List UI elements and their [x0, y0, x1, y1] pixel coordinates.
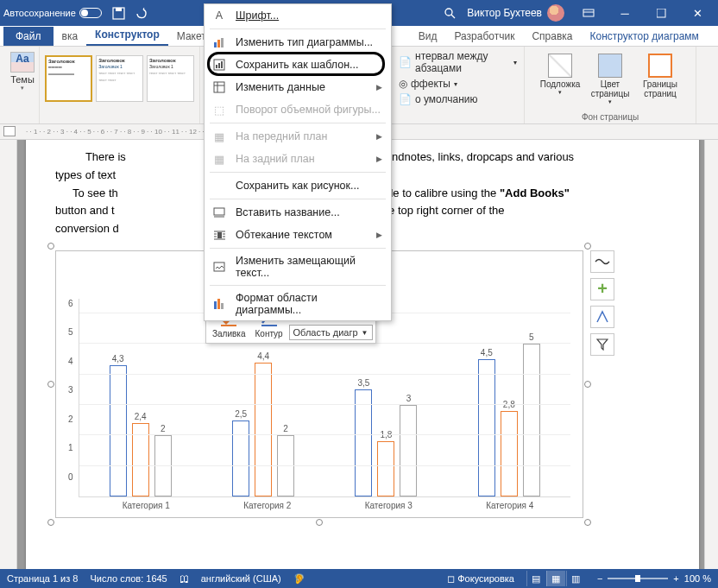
svg-rect-30 [221, 325, 236, 326]
resize-handle[interactable] [47, 243, 54, 250]
zoom-level[interactable]: 100 % [684, 573, 711, 584]
tab-home[interactable]: вка [54, 27, 87, 46]
cm-format-chart-area[interactable]: Формат области диаграммы... [205, 288, 391, 320]
zoom-in-button[interactable]: + [673, 573, 678, 584]
accessibility-icon[interactable]: 🦻 [293, 573, 305, 585]
web-layout-button[interactable]: ▥ [566, 571, 585, 586]
x-axis[interactable]: Категория 1Категория 2Категория 3Категор… [68, 501, 570, 510]
close-button[interactable]: ✕ [680, 0, 715, 26]
data-label: 5 [529, 332, 534, 342]
tab-view[interactable]: Вид [410, 27, 446, 46]
tab-developer[interactable]: Разработчик [445, 27, 523, 46]
print-layout-button[interactable]: ▦ [546, 571, 565, 586]
cm-save-as-template[interactable]: Сохранить как шаблон... [205, 54, 391, 76]
y-axis[interactable]: 6543210 [68, 299, 79, 497]
send-back-icon: ▦ [211, 152, 227, 166]
effects-button[interactable]: ◎ффекты▾ [399, 78, 517, 90]
ribbon-mode-icon[interactable] [571, 0, 606, 26]
user-account[interactable]: Виктор Бухтеев [467, 4, 564, 22]
style-thumb[interactable]: ЗаголовокЗаголовок 1текст текст текст те… [147, 55, 194, 102]
watermark-icon [548, 54, 572, 78]
spell-check-icon[interactable]: 🕮 [180, 573, 189, 584]
undo-icon[interactable] [135, 6, 148, 20]
x-tick-label[interactable]: Категория 4 [486, 501, 533, 510]
page-borders-button[interactable]: Границы страниц [637, 54, 683, 105]
svg-rect-17 [214, 208, 224, 215]
page-indicator[interactable]: Страница 1 из 8 [7, 573, 78, 584]
bar[interactable]: 2 [154, 435, 172, 496]
paragraph-spacing-button[interactable]: 📄нтервал между абзацами▾ [399, 50, 517, 74]
word-count[interactable]: Число слов: 1645 [90, 573, 167, 584]
style-thumb[interactable]: Заголовок━━━━▬▬▬▬▬ [45, 55, 92, 102]
data-label: 3,5 [358, 378, 370, 388]
chart-styles-button[interactable] [590, 306, 614, 328]
cm-insert-caption[interactable]: Вставить название... [205, 201, 391, 224]
style-thumb[interactable]: ЗаголовокЗаголовок 1текст текст текст те… [96, 55, 143, 102]
svg-rect-1 [116, 8, 122, 11]
bar[interactable]: 1,8 [377, 441, 394, 496]
x-tick-label[interactable]: Категория 2 [243, 501, 291, 510]
tab-file[interactable]: Файл [3, 27, 54, 46]
watermark-button[interactable]: Подложка▾ [537, 54, 583, 105]
language-indicator[interactable]: английский (США) [201, 573, 281, 584]
chart-filters-button[interactable] [590, 333, 614, 356]
page-color-button[interactable]: Цвет страницы▾ [587, 54, 633, 105]
bar[interactable]: 5 [523, 344, 540, 496]
zoom-slider[interactable]: − + 100 % [597, 573, 711, 584]
document-formatting-gallery[interactable]: Заголовок━━━━▬▬▬▬▬ ЗаголовокЗаголовок 1т… [41, 52, 198, 105]
resize-handle[interactable] [584, 519, 591, 526]
layout-options-button[interactable] [590, 250, 614, 273]
data-label: 2 [283, 424, 288, 433]
svg-rect-7 [214, 42, 217, 47]
tab-chart-design[interactable]: Конструктор диаграмм [582, 27, 708, 46]
svg-rect-4 [583, 9, 594, 16]
svg-rect-28 [217, 299, 220, 309]
bar[interactable]: 3,5 [355, 389, 372, 496]
cm-edit-alt-text[interactable]: Изменить замещающий текст... [205, 250, 391, 283]
themes-button[interactable]: Aa Темы ▾ [5, 50, 40, 92]
cm-edit-data[interactable]: Изменить данные▶ [205, 76, 391, 98]
bar[interactable]: 2,8 [501, 411, 518, 496]
resize-handle[interactable] [47, 519, 54, 526]
chevron-right-icon: ▶ [376, 83, 382, 92]
tab-help[interactable]: Справка [523, 27, 581, 46]
bar[interactable]: 3 [400, 405, 417, 496]
chart-elements-button[interactable]: + [590, 278, 614, 300]
bar[interactable]: 4,3 [110, 365, 127, 496]
chart-element-combo[interactable]: Область диагр▼ [289, 325, 373, 340]
bar[interactable]: 2,5 [232, 420, 249, 496]
search-icon[interactable] [443, 6, 457, 20]
themes-label: Темы [5, 74, 40, 85]
focus-mode[interactable]: ◻ Фокусировка [447, 573, 514, 585]
bar[interactable]: 4,4 [255, 363, 272, 496]
x-tick-label[interactable]: Категория 1 [123, 501, 170, 510]
bar[interactable]: 2 [277, 435, 294, 496]
cm-change-chart-type[interactable]: Изменить тип диаграммы... [205, 31, 391, 54]
vertical-scrollbar[interactable] [704, 140, 718, 569]
tab-selector[interactable] [3, 126, 16, 136]
autosave-toggle[interactable]: Автосохранение [3, 8, 102, 18]
tab-design[interactable]: Конструктор [86, 25, 168, 46]
category-group: 4,52,85 [478, 344, 540, 496]
bar[interactable]: 4,5 [478, 359, 495, 496]
avatar [547, 4, 564, 22]
maximize-button[interactable] [644, 0, 678, 26]
wrap-text-icon [211, 228, 227, 242]
cm-wrap-text[interactable]: Обтекание текстом▶ [205, 224, 391, 246]
category-group: 3,51,83 [355, 389, 417, 496]
cm-save-as-picture[interactable]: Сохранить как рисунок... [205, 174, 391, 197]
minimize-button[interactable]: ─ [608, 0, 642, 26]
resize-handle[interactable] [584, 243, 591, 250]
vertical-ruler[interactable] [0, 140, 17, 569]
save-icon[interactable] [112, 6, 126, 20]
read-mode-button[interactable]: ▤ [526, 571, 545, 586]
resize-handle[interactable] [47, 381, 54, 388]
page-bg-group-label: Фон страницы [530, 112, 690, 122]
cm-font[interactable]: AШрифт... [205, 4, 391, 27]
svg-rect-31 [261, 325, 277, 326]
zoom-out-button[interactable]: − [597, 573, 602, 584]
resize-handle[interactable] [584, 381, 591, 388]
x-tick-label[interactable]: Категория 3 [365, 501, 413, 510]
resize-handle[interactable] [316, 519, 323, 526]
set-default-button[interactable]: 📄о умолчанию [399, 93, 517, 105]
